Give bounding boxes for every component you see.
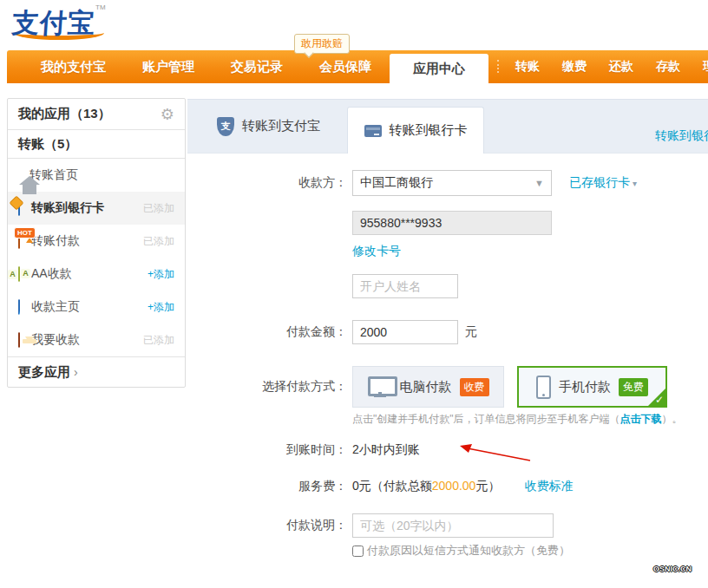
- nav-item-transfer[interactable]: 转账: [504, 50, 551, 83]
- transfer-history-link[interactable]: 转账到银行卡记录: [655, 128, 708, 144]
- sidebar-item-transfer-payment[interactable]: HOT 转账付款 已添加: [8, 225, 185, 258]
- sidebar-item-label: 我要收款: [31, 332, 143, 348]
- edit-card-link[interactable]: 修改卡号: [352, 244, 401, 259]
- sidebar-item-label: 转账首页: [30, 167, 174, 183]
- main-content: 支 转账到支付宝 转账到银行卡 转账到银行卡记录 收款方： 中国工商银行 ▼ 已…: [187, 97, 708, 588]
- red-arrow-annotation: [457, 441, 537, 465]
- added-status: 已添加: [143, 201, 174, 216]
- nav-item-deposit[interactable]: 存款: [645, 50, 692, 83]
- pc-payment-label: 电脑付款: [400, 379, 452, 395]
- holder-name-row: [187, 274, 458, 298]
- logo-tm: TM: [95, 3, 106, 11]
- collect-money-icon: [18, 332, 20, 348]
- pc-payment-option[interactable]: 电脑付款 收费: [352, 366, 504, 408]
- amount-row: 付款金额： 元: [187, 320, 477, 344]
- sidebar-section-transfer: 转账（5）: [8, 130, 185, 159]
- fee-text: 0元（付款总额2000.00元）: [352, 479, 500, 494]
- tab-strip: 支 转账到支付宝 转账到银行卡 转账到银行卡记录: [187, 99, 708, 154]
- sidebar-item-label: AA收款: [31, 266, 148, 282]
- tab-label: 转账到支付宝: [242, 118, 320, 134]
- bank-card-tab-icon: [364, 125, 382, 137]
- download-link[interactable]: 点击下载: [620, 413, 662, 425]
- memo-row: 付款说明：: [187, 513, 554, 538]
- sidebar-header-label: 我的应用（13）: [18, 106, 111, 122]
- bank-select-value: 中国工商银行: [360, 175, 433, 191]
- sidebar-more-apps[interactable]: 更多应用 ›: [8, 356, 185, 387]
- mobile-payment-option-selected[interactable]: 手机付款 免费 ✓: [517, 366, 667, 408]
- sidebar-item-label: 转账付款: [31, 233, 143, 249]
- sidebar-item-transfer-to-bank[interactable]: 转账到银行卡 已添加: [8, 192, 185, 225]
- nav-item-wealth[interactable]: 理财: [692, 50, 708, 83]
- arrival-time-row: 到账时间： 2小时内到账: [187, 440, 420, 461]
- fee-standard-link[interactable]: 收费标准: [524, 479, 573, 494]
- amount-unit: 元: [465, 324, 477, 340]
- chevron-right-icon: ›: [74, 365, 78, 379]
- service-fee-row: 服务费： 0元（付款总额2000.00元） 收费标准: [187, 476, 573, 497]
- add-link[interactable]: +添加: [148, 267, 174, 282]
- nav-item-account-mgmt[interactable]: 账户管理: [124, 50, 213, 83]
- amount-label: 付款金额：: [187, 324, 347, 340]
- hot-badge: HOT: [14, 227, 36, 238]
- arrival-value: 2小时内到账: [352, 442, 420, 458]
- payment-method-row: 选择付款方式： 电脑付款 收费 手机付款 免费 ✓: [187, 364, 667, 409]
- nav-item-member-protection[interactable]: 会员保障: [301, 50, 390, 83]
- bank-card-icon: [18, 200, 20, 216]
- sidebar-item-i-want-collect[interactable]: 我要收款 已添加: [8, 323, 185, 356]
- sms-notify-label: 付款原因以短信方式通知收款方（免费）: [367, 543, 570, 559]
- saved-cards-link[interactable]: 已存银行卡▾: [569, 175, 637, 191]
- added-status: 已添加: [143, 234, 174, 249]
- gear-icon[interactable]: ⚙: [161, 107, 174, 122]
- nav-item-my-alipay[interactable]: 我的支付宝: [23, 50, 124, 83]
- sidebar-item-label: 收款主页: [31, 299, 148, 315]
- top-nav-bar: 敢用敢赔 我的支付宝 账户管理 交易记录 会员保障 应用中心 转账 缴费 还款 …: [7, 50, 708, 83]
- nav-item-bill-pay[interactable]: 缴费: [551, 50, 598, 83]
- bank-select[interactable]: 中国工商银行 ▼: [352, 170, 552, 196]
- logo-text: 支付宝: [11, 5, 97, 42]
- amount-input[interactable]: [352, 320, 458, 344]
- tab-transfer-to-bank-active[interactable]: 转账到银行卡: [347, 107, 484, 154]
- sidebar-item-aa-collect[interactable]: AA收款 +添加: [8, 258, 185, 291]
- payee-row: 收款方： 中国工商银行 ▼ 已存银行卡▾: [187, 170, 637, 196]
- aa-collect-icon: [18, 266, 20, 282]
- payee-label: 收款方：: [187, 175, 347, 191]
- sidebar-item-transfer-home[interactable]: 转账首页: [8, 159, 185, 192]
- more-apps-label: 更多应用: [18, 364, 70, 381]
- nav-tooltip-guarantee: 敢用敢赔: [294, 34, 350, 54]
- fee-label: 服务费：: [187, 479, 347, 494]
- nav-dotted-separator: [497, 60, 499, 73]
- tab-transfer-to-alipay[interactable]: 支 转账到支付宝: [217, 100, 320, 153]
- corner-checkmark-icon: ✓: [647, 388, 666, 407]
- alipay-logo[interactable]: 支付宝TM: [12, 5, 125, 47]
- holder-name-input[interactable]: [352, 274, 458, 298]
- sms-notify-row: 付款原因以短信方式通知收款方（免费）: [352, 543, 570, 559]
- nav-tab-app-center[interactable]: 应用中心: [390, 54, 488, 83]
- me-homepage-icon: [18, 299, 20, 315]
- phone-icon: [536, 376, 551, 399]
- fee-badge: 收费: [460, 378, 489, 396]
- arrival-label: 到账时间：: [187, 442, 347, 458]
- free-badge: 免费: [619, 378, 648, 396]
- edit-card-row: 修改卡号: [187, 244, 401, 259]
- mobile-payment-label: 手机付款: [559, 379, 611, 395]
- mobile-payment-hint: 点击"创建并手机付款"后，订单信息将同步至手机客户端（点击下载）。: [352, 412, 683, 427]
- add-link[interactable]: +添加: [148, 300, 174, 315]
- alipay-glyph: 支: [221, 120, 231, 133]
- card-number-input[interactable]: [352, 211, 552, 235]
- watermark: OSNIC.CN: [653, 565, 692, 573]
- sms-notify-checkbox[interactable]: [352, 546, 364, 557]
- nav-item-transactions[interactable]: 交易记录: [213, 50, 301, 83]
- dropdown-arrow-icon: ▼: [534, 178, 544, 188]
- sidebar-header: 我的应用（13） ⚙: [8, 99, 185, 130]
- chevron-down-icon: ▾: [633, 179, 637, 188]
- added-status: 已添加: [143, 333, 174, 348]
- memo-input[interactable]: [352, 513, 554, 538]
- sidebar-item-collect-homepage[interactable]: 收款主页 +添加: [8, 291, 185, 323]
- method-label: 选择付款方式：: [187, 379, 347, 395]
- monitor-icon: [368, 376, 392, 397]
- sidebar: 我的应用（13） ⚙ 转账（5） 转账首页 转账到银行卡 已添加 HOT 转账付…: [7, 98, 186, 388]
- tab-label: 转账到银行卡: [390, 122, 468, 139]
- memo-label: 付款说明：: [187, 518, 347, 533]
- nav-item-repayment[interactable]: 还款: [598, 50, 645, 83]
- card-number-row: [187, 211, 552, 235]
- alipay-shield-icon: 支: [217, 117, 234, 136]
